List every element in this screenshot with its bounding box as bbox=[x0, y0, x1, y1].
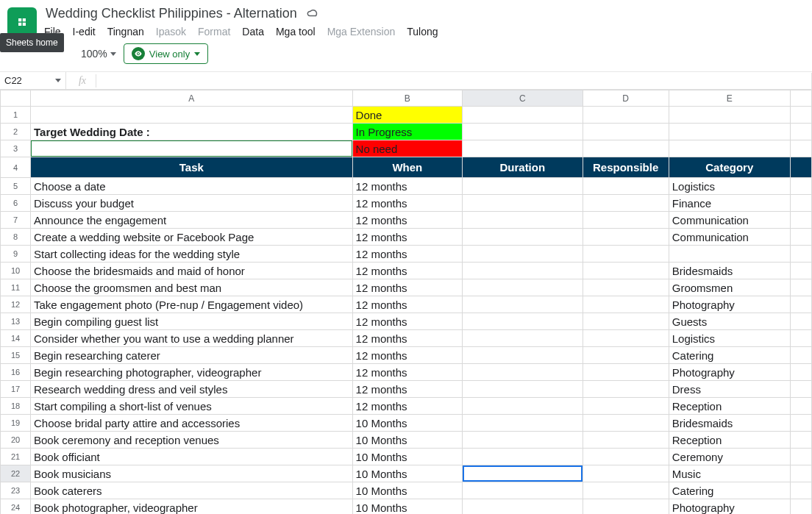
cell-category[interactable]: Music bbox=[669, 465, 790, 482]
cell-task[interactable]: Research wedding dress and veil styles bbox=[31, 381, 353, 398]
cell-status-done[interactable]: Done bbox=[352, 107, 463, 124]
document-title[interactable]: Wedding Checklist Philippines - Alternat… bbox=[44, 3, 299, 24]
spreadsheet-grid[interactable]: A B C D E 1 Done 2 Target Wedding Date :… bbox=[0, 90, 812, 514]
cell[interactable] bbox=[790, 124, 811, 140]
row-header[interactable]: 4 bbox=[1, 157, 31, 178]
cell-category[interactable]: Bridesmaids bbox=[669, 415, 790, 432]
cell[interactable] bbox=[463, 140, 583, 157]
cell[interactable] bbox=[790, 107, 811, 124]
cell-task[interactable]: Take engagement photo (Pre-nup / Engagem… bbox=[31, 296, 353, 313]
cell-responsible[interactable] bbox=[583, 195, 669, 212]
cell-task[interactable]: Book musicians bbox=[31, 465, 353, 482]
cell[interactable] bbox=[790, 347, 811, 364]
cell-when[interactable]: 12 months bbox=[352, 330, 463, 347]
cell-target-date-input[interactable] bbox=[31, 140, 353, 157]
cell-when[interactable]: 12 months bbox=[352, 364, 463, 381]
cell-duration[interactable] bbox=[463, 415, 583, 432]
cell[interactable] bbox=[583, 140, 669, 157]
cell[interactable] bbox=[790, 263, 811, 279]
formula-input[interactable]: fx bbox=[66, 73, 812, 89]
cell[interactable] bbox=[790, 279, 811, 296]
cell-when[interactable]: 12 months bbox=[352, 347, 463, 364]
cell-responsible[interactable] bbox=[583, 296, 669, 313]
row-header[interactable]: 15 bbox=[1, 347, 31, 364]
cell-duration[interactable] bbox=[463, 178, 583, 195]
cell-responsible[interactable] bbox=[583, 330, 669, 347]
col-header-b[interactable]: B bbox=[352, 90, 463, 107]
cell-task[interactable]: Choose the bridesmaids and maid of honor bbox=[31, 263, 353, 279]
cell-status-progress[interactable]: In Progress bbox=[352, 124, 463, 140]
cell[interactable] bbox=[31, 107, 353, 124]
cell-task[interactable]: Start compiling a short-list of venues bbox=[31, 398, 353, 415]
cell-when[interactable]: 10 Months bbox=[352, 432, 463, 449]
header-category[interactable]: Category bbox=[669, 157, 790, 178]
menu-format[interactable]: Format bbox=[198, 26, 230, 38]
row-header[interactable]: 18 bbox=[1, 398, 31, 415]
cell[interactable] bbox=[790, 246, 811, 263]
cell-category[interactable]: Catering bbox=[669, 482, 790, 499]
col-header-c[interactable]: C bbox=[463, 90, 583, 107]
select-all-cell[interactable] bbox=[1, 90, 31, 107]
cell-duration[interactable] bbox=[463, 263, 583, 279]
row-header[interactable]: 16 bbox=[1, 364, 31, 381]
row-header[interactable]: 22 bbox=[1, 465, 31, 482]
cell-duration[interactable] bbox=[463, 313, 583, 330]
cell-category[interactable]: Logistics bbox=[669, 178, 790, 195]
cell-when[interactable]: 12 months bbox=[352, 246, 463, 263]
row-header[interactable]: 8 bbox=[1, 229, 31, 246]
cell-when[interactable]: 12 months bbox=[352, 178, 463, 195]
header-duration[interactable]: Duration bbox=[463, 157, 583, 178]
cell-responsible[interactable] bbox=[583, 482, 669, 499]
cell[interactable] bbox=[790, 415, 811, 432]
cell-duration[interactable] bbox=[463, 212, 583, 229]
cell-task[interactable]: Begin compiling guest list bbox=[31, 313, 353, 330]
cell-task[interactable]: Choose the groomsmen and best man bbox=[31, 279, 353, 296]
cell-responsible[interactable] bbox=[583, 246, 669, 263]
cell-when[interactable]: 12 months bbox=[352, 195, 463, 212]
cell-category[interactable]: Dress bbox=[669, 381, 790, 398]
cell-when[interactable]: 10 Months bbox=[352, 465, 463, 482]
cell-when[interactable]: 12 months bbox=[352, 212, 463, 229]
col-header-extra[interactable] bbox=[790, 90, 811, 107]
menu-insert[interactable]: Ipasok bbox=[156, 26, 186, 38]
row-header[interactable]: 11 bbox=[1, 279, 31, 296]
cell-task[interactable]: Book ceremony and reception venues bbox=[31, 432, 353, 449]
cell[interactable] bbox=[790, 229, 811, 246]
cell-category[interactable]: Finance bbox=[669, 195, 790, 212]
zoom-dropdown[interactable]: 100% bbox=[81, 48, 116, 60]
cell-category[interactable]: Photography bbox=[669, 296, 790, 313]
cell-task[interactable]: Book caterers bbox=[31, 482, 353, 499]
row-header[interactable]: 9 bbox=[1, 246, 31, 263]
menu-edit[interactable]: I-edit bbox=[73, 26, 96, 38]
row-header[interactable]: 3 bbox=[1, 140, 31, 157]
cell-when[interactable]: 10 Months bbox=[352, 449, 463, 465]
cell-responsible[interactable] bbox=[583, 279, 669, 296]
cell-category[interactable]: Logistics bbox=[669, 330, 790, 347]
row-header[interactable]: 23 bbox=[1, 482, 31, 499]
cell[interactable] bbox=[790, 296, 811, 313]
cell-category[interactable]: Reception bbox=[669, 432, 790, 449]
row-header[interactable]: 12 bbox=[1, 296, 31, 313]
cell-duration[interactable] bbox=[463, 482, 583, 499]
menu-help[interactable]: Tulong bbox=[407, 26, 438, 38]
cell[interactable] bbox=[790, 465, 811, 482]
cell-target-label[interactable]: Target Wedding Date : bbox=[31, 124, 353, 140]
header-task[interactable]: Task bbox=[31, 157, 353, 178]
cell-when[interactable]: 10 Months bbox=[352, 415, 463, 432]
cell-task[interactable]: Announce the engagement bbox=[31, 212, 353, 229]
cell-responsible[interactable] bbox=[583, 381, 669, 398]
col-header-a[interactable]: A bbox=[31, 90, 353, 107]
cell-duration[interactable] bbox=[463, 330, 583, 347]
cell[interactable] bbox=[583, 124, 669, 140]
cell-task[interactable]: Start collecting ideas for the wedding s… bbox=[31, 246, 353, 263]
cell-task[interactable]: Book officiant bbox=[31, 449, 353, 465]
cell-task[interactable]: Discuss your budget bbox=[31, 195, 353, 212]
cell-task[interactable]: Consider whether you want to use a weddi… bbox=[31, 330, 353, 347]
cell[interactable] bbox=[583, 107, 669, 124]
cell-category[interactable]: Communication bbox=[669, 229, 790, 246]
cell-when[interactable]: 12 months bbox=[352, 313, 463, 330]
cell[interactable] bbox=[790, 178, 811, 195]
cell-duration[interactable] bbox=[463, 296, 583, 313]
cell-responsible[interactable] bbox=[583, 364, 669, 381]
cell-responsible[interactable] bbox=[583, 398, 669, 415]
